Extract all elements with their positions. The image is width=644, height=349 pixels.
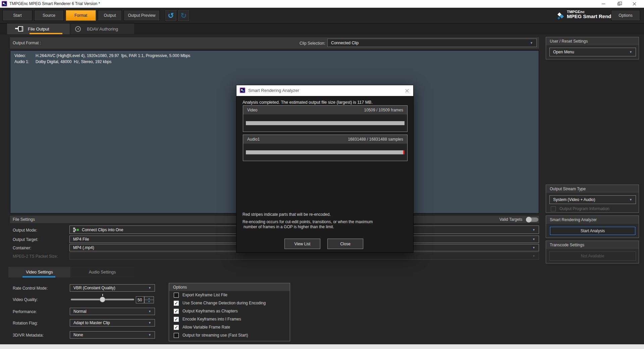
transcode-settings-group: Transcode Settings Not Available [546,241,639,263]
option-keyframes-chapters[interactable]: Output Keyframes as Chapters [169,307,290,315]
rotation-flag-dropdown[interactable]: Adapt to Master Clip [70,319,155,327]
metadata-3dvr-dropdown[interactable]: None [70,331,155,339]
rate-control-dropdown[interactable]: VBR (Constant Quality) [70,284,155,292]
restore-icon [618,3,620,5]
rate-control-label: Rate Control Mode: [13,286,48,291]
video-settings-underline [22,276,55,278]
transcode-not-available-button: Not Available [549,251,636,261]
checkbox[interactable] [174,325,179,330]
tab-format[interactable]: Format [66,10,96,21]
tab-start[interactable]: Start [3,10,32,21]
undo-button[interactable] [165,10,177,21]
window-title: TMPGEnc MPEG Smart Renderer 6 Trial Vers… [9,0,100,8]
video-progress-label: Video [247,108,257,112]
video-progress-count: 10509 / 10509 frames [364,108,403,112]
os-titlebar: TMPGEnc MPEG Smart Renderer 6 Trial Vers… [0,0,644,8]
smart-rendering-analyzer-dialog: Smart Rendering Analyzer Analysis comple… [236,85,414,253]
start-analysis-button[interactable]: Start Analysis [549,226,636,236]
dialog-app-icon [240,88,245,93]
video-quality-input[interactable]: 50 [136,296,144,303]
option-keyframes-iframes[interactable]: Encode Keyframes into I Frames [169,315,290,323]
dialog-title: Smart Rendering Analyzer [248,85,299,96]
output-program-info-label: Output Program Information [559,206,609,211]
video-info-label: Video: [14,53,26,58]
open-menu-dropdown[interactable]: Open Menu [549,48,636,56]
audio-progress-bar [246,150,405,154]
redo-button[interactable] [178,10,190,21]
video-info-value: H.264/AVC (High@Level 4), 1920x1080, 29.… [36,53,190,58]
performance-dropdown[interactable]: Normal [70,308,155,315]
file-output-icon [15,26,23,32]
options-panel: Options Export Keyframe List File Use Sc… [169,283,290,341]
close-button[interactable] [627,0,642,8]
options-title: Options [169,283,290,291]
output-target-label: Output Target: [13,237,38,242]
tab-file-output[interactable]: File Output [7,23,70,34]
audio-progress-label: Audio1 [247,137,260,142]
tab-output-preview[interactable]: Output Preview [124,10,160,21]
clip-selection-value: Connected Clip [331,41,359,45]
container-value: MP4 (.mp4) [73,245,94,250]
checkbox[interactable] [174,317,179,322]
option-label: Use Scene Change Detection during Encodi… [182,301,266,305]
option-label: Output for streaming use (Fast Start) [182,333,248,338]
window-bottom-edge [0,344,644,349]
dialog-titlebar: Smart Rendering Analyzer [236,85,413,96]
option-export-keyframe[interactable]: Export Keyframe List File [169,291,290,299]
connect-clips-icon [73,228,79,232]
output-target-value: MP4 File [73,237,89,242]
tab-bdav-authoring[interactable]: BDAV Authoring [70,23,134,34]
quality-spin-down[interactable] [144,300,154,303]
valid-targets-toggle[interactable] [526,217,538,222]
dialog-note-reencoding-1: Re-encoding occurs for cut-edit points, … [243,219,373,224]
checkbox[interactable] [174,293,179,298]
checkbox [551,206,556,211]
output-stream-type-value: System (Video + Audio) [553,197,595,202]
output-stream-type-title: Output Stream Type [546,185,639,193]
option-label: Output Keyframes as Chapters [182,309,238,313]
bdav-disc-icon [75,26,81,32]
minimize-button[interactable] [596,0,611,8]
user-reset-settings-group: User / Reset Settings Open Menu [546,37,639,59]
dialog-close-icon [405,89,409,93]
clip-selection-dropdown[interactable]: Connected Clip [327,39,537,47]
checkbox[interactable] [174,309,179,314]
video-progress-fill [246,121,405,125]
dialog-close-button[interactable] [404,88,410,94]
video-quality-slider-handle[interactable] [100,297,105,302]
output-mode-label: Output Mode: [13,228,37,233]
dialog-message: Analysis completed. The estimated output… [243,100,373,105]
dialog-close-action-button[interactable]: Close [327,239,363,249]
option-label: Encode Keyframes into I Frames [182,317,241,321]
smart-rendering-analyzer-title: Smart Rendering Analyzer [546,216,639,224]
option-fast-start[interactable]: Output for streaming use (Fast Start) [169,331,290,339]
output-stream-type-group: Output Stream Type System (Video + Audio… [546,185,639,213]
option-scene-change[interactable]: Use Scene Change Detection during Encodi… [169,299,290,307]
undo-icon [168,12,174,19]
restore-button[interactable] [611,0,627,8]
tab-bdav-label: BDAV Authoring [87,27,118,32]
audio-info-label: Audio 1: [14,59,29,64]
dialog-note-red-stripes: Red stripes indicate parts that will be … [243,212,331,217]
checkbox[interactable] [174,301,179,306]
audio-progress-fill [246,150,405,154]
tab-file-output-label: File Output [28,27,49,32]
option-variable-framerate[interactable]: Allow Variable Frame Rate [169,323,290,331]
video-quality-value: 50 [138,298,142,302]
redo-icon [180,12,186,19]
audio-progress-group: Audio1 16831488 / 16831488 samples [243,135,408,161]
slider-tick [102,294,103,296]
options-button[interactable]: Options [611,10,640,21]
performance-label: Performance: [13,309,37,314]
app-window: TMPGEnc MPEG Smart Renderer 6 Trial Vers… [0,0,644,349]
checkbox[interactable] [174,333,179,338]
rotation-flag-label: Rotation Flag: [13,321,38,326]
video-progress-bar [246,121,405,125]
transcode-settings-title: Transcode Settings [546,241,639,249]
tab-output[interactable]: Output [98,10,122,21]
output-stream-type-dropdown[interactable]: System (Video + Audio) [549,195,636,204]
tab-source[interactable]: Source [34,10,64,21]
view-list-button[interactable]: View List [284,239,320,249]
tab-audio-settings[interactable]: Audio Settings [70,267,134,278]
clip-selection-label: Clip Selection: [300,41,325,46]
